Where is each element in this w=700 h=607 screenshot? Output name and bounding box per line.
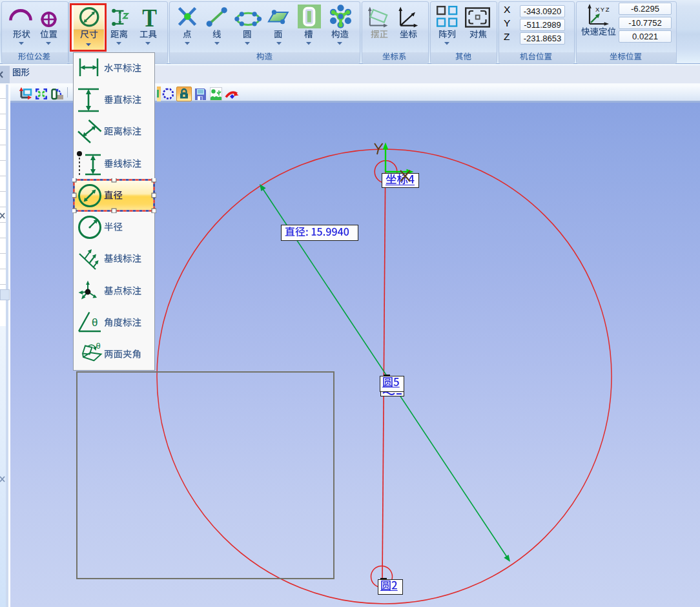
svg-text:θ: θ [96, 341, 101, 351]
svg-text:θ: θ [92, 316, 98, 329]
